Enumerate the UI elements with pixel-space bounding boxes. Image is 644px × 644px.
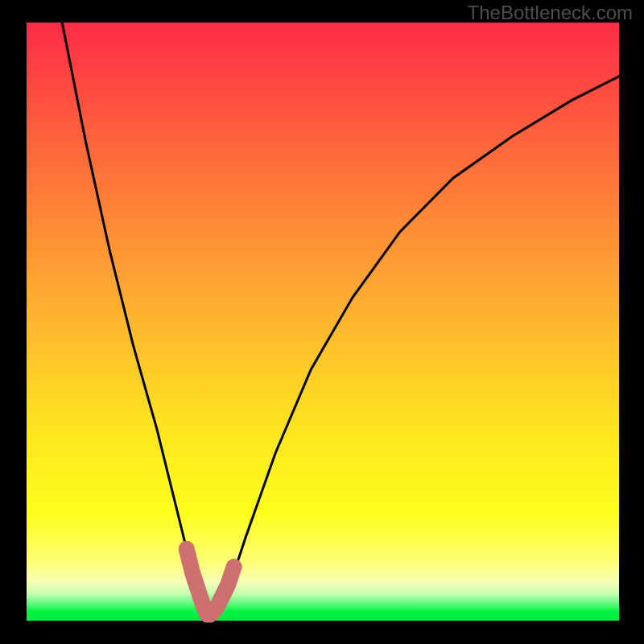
chart-frame: TheBottleneck.com — [0, 0, 644, 644]
chart-svg — [0, 0, 644, 644]
watermark-text: TheBottleneck.com — [468, 2, 633, 24]
plot-background — [27, 23, 619, 621]
